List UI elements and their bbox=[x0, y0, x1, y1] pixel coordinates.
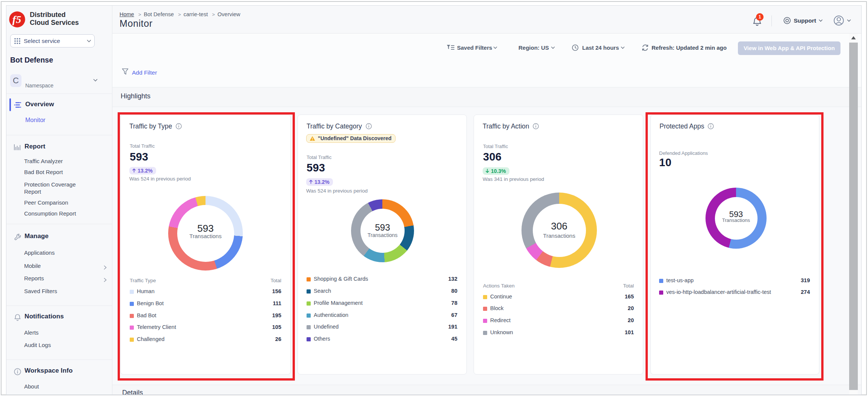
svg-text:f5: f5 bbox=[12, 14, 21, 25]
